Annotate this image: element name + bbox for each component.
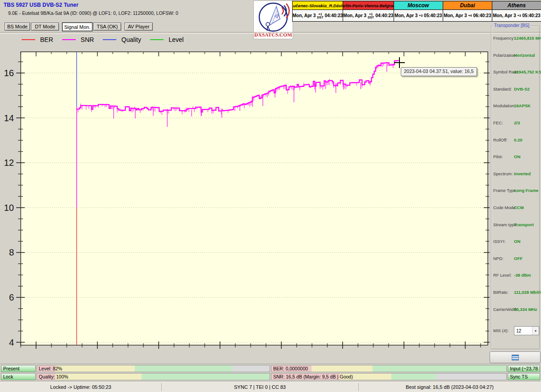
field-value-rolloff: 0.20 (514, 137, 523, 142)
field-value-frequency: 12465,815 MHz (514, 36, 541, 41)
field-value-carrier-width: 50,334 MHz (514, 307, 537, 312)
field-value-standard: DVB-S2 (514, 87, 530, 91)
quality-bar-label: Quality: 100% (39, 374, 68, 379)
snr-bar-label: SNR: 16,5 dB (Margin: 9,5 dB | Good) (273, 374, 353, 379)
field-label-modulation: Modulation: (493, 103, 515, 108)
field-value-fec: 2/3 (514, 120, 520, 125)
bar-segment (232, 365, 270, 372)
statusbar-best-signal: Best signal: 16,5 dB (2023-04-03 04:27) (358, 382, 541, 392)
timezone-offset: +3 (518, 14, 521, 17)
sync-ts-indicator: Sync TS (508, 373, 540, 380)
clock-value: 05:40:23 (523, 13, 541, 18)
field-label-mis: MIS (4): (493, 328, 509, 333)
clock-date: Mon, Apr 3 (493, 13, 516, 18)
level-bar: Level: 82% (37, 365, 270, 372)
svg-text:14: 14 (4, 113, 14, 123)
field-value-stream-type: Transport (514, 222, 534, 227)
list-icon (512, 355, 519, 360)
bar-segment (55, 374, 142, 380)
field-value-npd: OFF (514, 256, 523, 261)
field-value-bitrate: 111,028 Mbit/s (514, 290, 541, 295)
svg-text:4: 4 (9, 337, 14, 347)
field-label-fec: FEC: (493, 120, 503, 125)
field-label-polarization: Polarization: (493, 53, 517, 58)
lock-indicator: Lock (1, 373, 36, 380)
stream-list-button[interactable] (490, 351, 541, 363)
level-bar-label: Level: 82% (39, 366, 62, 371)
mis-dropdown[interactable]: 12 ▾ (514, 326, 539, 335)
bar-segment (312, 365, 372, 372)
input-indicator: Input (~23,78 Mbps) (508, 365, 540, 372)
bar-segment (142, 374, 270, 380)
bar-segment (391, 374, 436, 380)
field-value-spectrum: Inverted (514, 171, 531, 176)
field-value-frame-type: Long Frame (514, 188, 538, 193)
field-label-code-mode: Code Mode: (493, 205, 517, 210)
mis-selected-value: 12 (514, 328, 532, 333)
field-label-bitrate: BitRate: (493, 290, 509, 295)
present-indicator: Present (1, 365, 36, 372)
field-label-spectrum: Spectrum: (493, 171, 513, 176)
bar-segment (436, 374, 506, 380)
chevron-down-icon: ▾ (532, 327, 539, 335)
svg-text:12: 12 (4, 158, 14, 168)
statusbar-uptime: Locked -> Uptime: 05:50:23 (0, 382, 161, 392)
status-row-1: Present Level: 82% BER: 0,0000000 Input … (0, 365, 541, 372)
field-value-rf-level: -38 dBm (514, 273, 531, 278)
status-row-2: Lock Quality: 100% SNR: 16,5 dB (Margin:… (0, 373, 541, 380)
field-value-polarization: Horizontal (514, 53, 535, 58)
ber-bar: BER: 0,0000000 (271, 365, 507, 372)
clock-time-athens: Mon, Apr 3+305:40:23 (492, 10, 541, 22)
field-value-issyi: ON (514, 239, 520, 244)
svg-text:16: 16 (4, 68, 14, 78)
snr-bar: SNR: 16,5 dB (Margin: 9,5 dB | Good) (271, 373, 507, 380)
signal-monitor-chart[interactable]: 46810121416 (0, 0, 491, 366)
field-value-pilot: ON (514, 154, 520, 159)
svg-text:6: 6 (9, 292, 14, 302)
field-label-frequency: Frequency: (493, 36, 515, 41)
ber-bar-label: BER: 0,0000000 (273, 366, 308, 371)
statusbar: Locked -> Uptime: 05:50:23 SYNC 7 | TEI … (0, 381, 541, 392)
bar-segment (135, 365, 233, 372)
svg-text:10: 10 (4, 203, 14, 213)
chart-tooltip: 2023-04-03 04.37.51, value: 16,5 (401, 67, 477, 76)
clock-city-athens: Athens (492, 1, 541, 10)
field-value-symbol-rate: 41945,752 KS/s (514, 69, 541, 74)
field-value-modulation: 16APSK (514, 103, 531, 108)
svg-text:8: 8 (9, 247, 14, 257)
field-label-rolloff: RollOff: (493, 137, 508, 142)
bar-segment (55, 365, 134, 372)
field-label-issyi: ISSYI: (493, 239, 505, 244)
field-label-pilot: Pilot: (493, 154, 503, 159)
field-value-code-mode: CCM (514, 205, 524, 210)
bar-segment (372, 365, 506, 372)
field-label-standard: Standard: (493, 87, 512, 91)
quality-bar: Quality: 100% (37, 373, 270, 380)
app-window: TBS 5927 USB DVB-S2 Tuner 9.0E - Eutelsa… (0, 0, 541, 392)
field-label-rf-level: RF Level: (493, 273, 512, 278)
field-label-npd: NPD: (493, 256, 504, 261)
transponder-groupbox-title: Transponder [BS] (493, 23, 531, 28)
statusbar-sync-counters: SYNC 7 | TEI 0 | CC 83 (161, 382, 358, 392)
